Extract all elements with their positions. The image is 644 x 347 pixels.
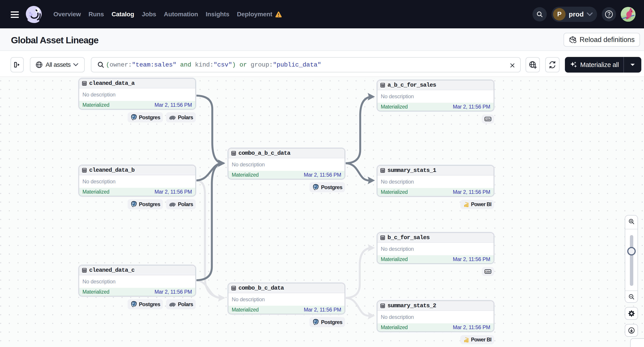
svg-text:CSV: CSV [485, 270, 490, 273]
svg-text:CSV: CSV [485, 118, 490, 121]
